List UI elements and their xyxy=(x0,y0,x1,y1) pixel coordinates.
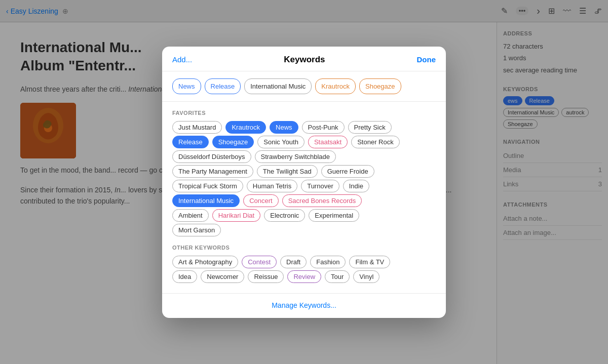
favorites-label: FAVORITES xyxy=(172,110,436,116)
other-tags-row-2: Idea Newcomer Reissue Review Tour Vinyl xyxy=(172,270,436,283)
fav-pretty-sick[interactable]: Pretty Sick xyxy=(348,121,392,134)
favorites-tags-row-5: Tropical Fuck Storm Human Tetris Turnove… xyxy=(172,180,436,192)
other-art[interactable]: Art & Photography xyxy=(172,256,238,268)
favorites-tags-row-7: Ambient Harikari Diat Electronic Experim… xyxy=(172,209,436,222)
fav-sacred-bones[interactable]: Sacred Bones Records xyxy=(282,194,362,207)
selected-tags-area: News Release International Music Krautro… xyxy=(162,71,446,102)
fav-news[interactable]: News xyxy=(270,121,298,134)
modal-overlay[interactable]: Add... Keywords Done News Release Intern… xyxy=(0,0,608,364)
fav-krautrock[interactable]: Krautrock xyxy=(225,121,266,134)
fav-ambient[interactable]: Ambient xyxy=(172,209,209,222)
fav-shoegaze[interactable]: Shoegaze xyxy=(212,136,254,148)
other-vinyl[interactable]: Vinyl xyxy=(353,270,379,283)
fav-strawberry[interactable]: Strawberry Switchblade xyxy=(255,150,336,163)
other-fashion[interactable]: Fashion xyxy=(310,256,346,268)
selected-tag-release[interactable]: Release xyxy=(205,78,241,94)
add-button[interactable]: Add... xyxy=(172,55,192,64)
fav-human-tetris[interactable]: Human Tetris xyxy=(247,180,297,192)
fav-mort-garson[interactable]: Mort Garson xyxy=(172,224,221,236)
fav-sonic-youth[interactable]: Sonic Youth xyxy=(257,136,305,148)
favorites-tags-row-8: Mort Garson xyxy=(172,224,436,236)
other-film-tv[interactable]: Film & TV xyxy=(349,256,390,268)
fav-concert[interactable]: Concert xyxy=(243,194,279,207)
other-review[interactable]: Review xyxy=(287,270,321,283)
other-newcomer[interactable]: Newcomer xyxy=(201,270,244,283)
keywords-modal: Add... Keywords Done News Release Intern… xyxy=(162,47,446,318)
fav-stoner-rock[interactable]: Stoner Rock xyxy=(351,136,400,148)
fav-indie[interactable]: Indie xyxy=(343,180,369,192)
favorites-tags-row-6: International Music Concert Sacred Bones… xyxy=(172,194,436,207)
modal-footer: Manage Keywords... xyxy=(162,293,446,318)
selected-tag-intl-music[interactable]: International Music xyxy=(244,78,312,94)
modal-body: FAVORITES Just Mustard Krautrock News Po… xyxy=(162,102,446,293)
fav-release[interactable]: Release xyxy=(172,136,209,148)
fav-party-mgmt[interactable]: The Party Management xyxy=(172,165,253,178)
other-tour[interactable]: Tour xyxy=(325,270,350,283)
done-button[interactable]: Done xyxy=(416,55,436,64)
modal-header: Add... Keywords Done xyxy=(162,47,446,71)
favorites-tags-row-1: Just Mustard Krautrock News Post-Punk Pr… xyxy=(172,121,436,134)
other-contest[interactable]: Contest xyxy=(242,256,277,268)
manage-keywords-link[interactable]: Manage Keywords... xyxy=(272,301,336,309)
fav-experimental[interactable]: Experimental xyxy=(309,209,359,222)
other-keywords-label: OTHER KEYWORDS xyxy=(172,245,436,251)
favorites-tags-row-2: Release Shoegaze Sonic Youth Staatsakt S… xyxy=(172,136,436,148)
fav-tropical[interactable]: Tropical Fuck Storm xyxy=(172,180,243,192)
fav-harikari[interactable]: Harikari Diat xyxy=(212,209,261,222)
fav-electronic[interactable]: Electronic xyxy=(264,209,305,222)
other-reissue[interactable]: Reissue xyxy=(248,270,284,283)
fav-intl-music[interactable]: International Music xyxy=(172,194,240,207)
fav-just-mustard[interactable]: Just Mustard xyxy=(172,121,222,134)
fav-dusseldorf[interactable]: Düsseldorf Düsterboys xyxy=(172,150,251,163)
favorites-tags-row-4: The Party Management The Twilight Sad Gu… xyxy=(172,165,436,178)
modal-title: Keywords xyxy=(284,55,325,65)
selected-tag-shoegaze[interactable]: Shoegaze xyxy=(359,78,401,94)
other-tags-row-1: Art & Photography Contest Draft Fashion … xyxy=(172,256,436,268)
fav-staatsakt[interactable]: Staatsakt xyxy=(308,136,348,148)
fav-turnover[interactable]: Turnover xyxy=(301,180,339,192)
selected-tag-news[interactable]: News xyxy=(172,78,201,94)
fav-guerre-froide[interactable]: Guerre Froide xyxy=(321,165,374,178)
favorites-tags-row-3: Düsseldorf Düsterboys Strawberry Switchb… xyxy=(172,150,436,163)
fav-post-punk[interactable]: Post-Punk xyxy=(302,121,345,134)
other-idea[interactable]: Idea xyxy=(172,270,197,283)
other-draft[interactable]: Draft xyxy=(280,256,307,268)
fav-twilight-sad[interactable]: The Twilight Sad xyxy=(257,165,318,178)
selected-tag-krautrock[interactable]: Krautrock xyxy=(315,78,356,94)
